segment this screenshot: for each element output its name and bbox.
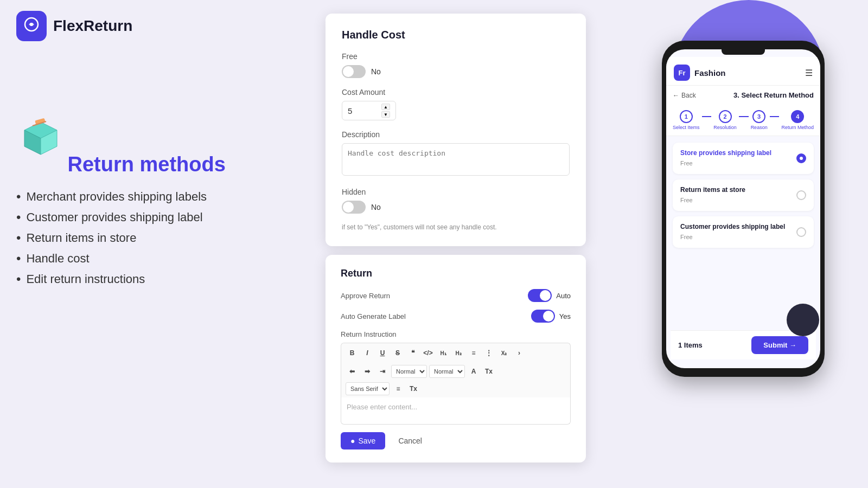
h2-btn[interactable]: H₂ — [452, 346, 465, 359]
description-textarea[interactable] — [342, 143, 570, 176]
decrement-btn[interactable]: ▼ — [381, 111, 390, 118]
method-item-2[interactable]: Customer provides shipping label Free — [673, 216, 814, 248]
step-connector-2 — [739, 116, 749, 117]
save-icon: ● — [350, 436, 355, 445]
save-button[interactable]: ● Save — [341, 432, 385, 450]
logo-box — [16, 11, 47, 41]
method-radio-1[interactable] — [796, 190, 806, 200]
bold-btn[interactable]: B — [346, 346, 359, 359]
step-navigation: ← Back 3. Select Return Method — [666, 86, 820, 105]
method-price-0: Free — [680, 160, 693, 166]
free-label: Free — [342, 52, 570, 61]
free-value: No — [371, 67, 381, 76]
cost-amount-row: 5 ▲ ▼ — [342, 101, 570, 120]
method-radio-2[interactable] — [796, 227, 806, 237]
hamburger-icon[interactable]: ☰ — [805, 68, 813, 78]
method-name-0: Store provides shipping label — [680, 149, 771, 157]
svg-point-1 — [30, 23, 33, 26]
box-icon — [16, 114, 65, 163]
cost-amount-label: Cost Amount — [342, 88, 570, 97]
auto-generate-toggle[interactable] — [531, 310, 555, 323]
align-left-btn[interactable]: ⬅ — [346, 365, 359, 378]
hidden-toggle-row: No — [342, 201, 570, 214]
step-1: 1 Select Items — [673, 110, 700, 130]
return-methods-list: Store provides shipping label Free Retur… — [666, 136, 820, 260]
return-instruction-section: Return Instruction B I U S ❝ </> H₁ H₂ ≡… — [341, 330, 571, 425]
clear-format-btn[interactable]: Tx — [407, 382, 420, 395]
increment-btn[interactable]: ▲ — [381, 104, 390, 110]
step-circle-2: 2 — [719, 110, 732, 123]
step-label-1: Select Items — [673, 125, 700, 130]
align-center-btn[interactable]: ≡ — [392, 382, 405, 395]
step-label-3: Reason — [751, 125, 768, 130]
submit-button[interactable]: Submit → — [751, 336, 808, 354]
more-btn[interactable]: › — [513, 346, 526, 359]
blockquote-btn[interactable]: ❝ — [406, 346, 419, 359]
hidden-toggle[interactable] — [342, 201, 366, 214]
auto-generate-value: Yes — [559, 312, 571, 320]
method-name-2: Customer provides shipping label — [680, 223, 785, 230]
method-name-1: Return items at store — [680, 186, 745, 194]
section-title: Return methods — [67, 153, 225, 176]
back-button[interactable]: ← Back — [673, 92, 696, 99]
underline-btn[interactable]: U — [376, 346, 389, 359]
left-content: Return methods Merchant provides shippin… — [16, 114, 277, 292]
method-item-1[interactable]: Return items at store Free — [673, 179, 814, 211]
align-right-btn[interactable]: ➡ — [361, 365, 374, 378]
rte-toolbar-row3: Sans Serif ≡ Tx — [341, 380, 571, 397]
auto-generate-label: Auto Generate Label — [341, 312, 406, 320]
clear-btn[interactable]: Tx — [482, 365, 495, 378]
method-item-0[interactable]: Store provides shipping label Free — [673, 143, 814, 174]
phone-brand: Fashion — [694, 68, 726, 78]
ul-btn[interactable]: ≡ — [467, 346, 480, 359]
rte-content-area[interactable]: Please enter content... — [341, 397, 571, 425]
hint-text: if set to "Yes", customers will not see … — [342, 223, 570, 231]
h1-btn[interactable]: H₁ — [437, 346, 450, 359]
text-color-btn[interactable]: A — [467, 365, 480, 378]
step-connector-1 — [702, 116, 712, 117]
step-2: 2 Resolution — [713, 110, 737, 130]
rte-toolbar-row1: B I U S ❝ </> H₁ H₂ ≡ ⋮ X₂ › — [341, 343, 571, 363]
approve-return-label: Approve Return — [341, 292, 390, 300]
description-label: Description — [342, 130, 570, 139]
ol-btn[interactable]: ⋮ — [482, 346, 495, 359]
back-arrow-icon: ← — [673, 92, 679, 99]
phone-notch — [722, 49, 765, 55]
italic-btn[interactable]: I — [361, 346, 374, 359]
method-radio-0[interactable] — [796, 153, 806, 163]
heading-select[interactable]: Normal — [391, 365, 427, 378]
step-title: 3. Select Return Method — [733, 91, 814, 99]
free-toggle-row: No — [342, 65, 570, 78]
bullet-list: Merchant provides shipping labels Custom… — [16, 189, 277, 287]
list-item: Edit return instructions — [16, 272, 277, 287]
cost-amount-input[interactable]: 5 ▲ ▼ — [342, 101, 396, 120]
items-count: 1 Items — [678, 341, 703, 349]
phone-footer: 1 Items Submit → — [671, 330, 816, 359]
dark-circle-decoration — [787, 304, 819, 336]
style-select[interactable]: Normal — [429, 365, 465, 378]
cancel-button[interactable]: Cancel — [391, 432, 430, 450]
list-item: Merchant provides shipping labels — [16, 189, 277, 204]
rte-toolbar-row2: ⬅ ➡ ⇥ Normal Normal A Tx — [341, 363, 571, 380]
approve-return-row: Approve Return Auto — [341, 289, 571, 302]
return-card-title: Return — [341, 268, 571, 279]
step-connector-3 — [770, 116, 780, 117]
list-item: Customer provides shipping label — [16, 210, 277, 225]
step-circle-1: 1 — [680, 110, 693, 123]
return-instruction-label: Return Instruction — [341, 330, 571, 338]
list-item: Handle cost — [16, 251, 277, 266]
font-family-select[interactable]: Sans Serif — [346, 382, 390, 395]
step-label-2: Resolution — [713, 125, 737, 130]
subscript-btn[interactable]: X₂ — [497, 346, 510, 359]
free-toggle[interactable] — [342, 65, 366, 78]
phone-mockup: Fr Fashion ☰ ← Back 3. Select Return Met… — [662, 11, 835, 380]
app-header: FlexReturn — [16, 11, 132, 41]
strikethrough-btn[interactable]: S — [391, 346, 404, 359]
indent-btn[interactable]: ⇥ — [376, 365, 389, 378]
return-card: Return Approve Return Auto Auto Generate… — [326, 255, 586, 463]
phone-app-header: Fr Fashion ☰ — [666, 57, 820, 86]
brand-name: FlexReturn — [53, 17, 132, 35]
approve-return-toggle[interactable] — [528, 289, 552, 302]
code-btn[interactable]: </> — [422, 346, 435, 359]
method-price-2: Free — [680, 234, 693, 240]
